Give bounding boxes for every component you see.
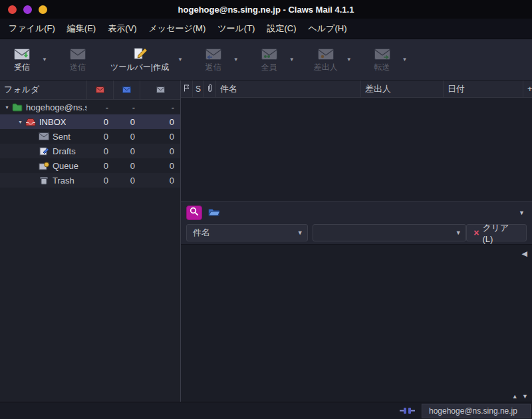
online-status-icon[interactable] (400, 407, 416, 414)
toolbar-group-reply-all: 全員 ▼ (253, 45, 298, 75)
reply-all-dropdown-arrow[interactable]: ▼ (286, 57, 298, 63)
expander-icon[interactable]: ▾ (3, 104, 11, 110)
receive-mail-icon (14, 47, 30, 60)
folder-row-queue[interactable]: Queue 0 0 0 (0, 158, 180, 173)
maximize-window-button[interactable] (39, 5, 47, 14)
compose-button[interactable]: ツールバー|作成 (105, 45, 174, 75)
reply-sender-button[interactable]: 差出人 (309, 45, 343, 75)
from-column-header[interactable]: 差出人 (361, 80, 444, 97)
quick-search-options-arrow[interactable]: ▼ (519, 210, 527, 216)
folder-total-count: 0 (140, 176, 180, 186)
scroll-up-icon[interactable]: ▲ (509, 393, 518, 400)
add-column-button[interactable]: + (523, 80, 532, 97)
folder-pane-header: フォルダ (0, 80, 180, 100)
search-folder-icon[interactable] (208, 207, 220, 219)
close-window-button[interactable] (8, 5, 17, 14)
send-mail-icon (70, 47, 86, 60)
folder-tree: ▾ hogehoge@ns.sing.ne.jp - - - ▾ (0, 100, 180, 402)
window-title: hogehoge@ns.sing.ne.jp - Claws Mail 4.1.… (0, 5, 532, 15)
menubar: ファイル(F) 編集(E) 表示(V) メッセージ(M) ツール(T) 設定(C… (0, 19, 532, 39)
folder-unread-count: 0 (114, 161, 140, 171)
menu-help[interactable]: ヘルプ(H) (303, 19, 353, 39)
compose-mail-icon (132, 47, 148, 60)
folder-row-trash[interactable]: Trash 0 0 0 (0, 173, 180, 188)
quick-search-toggle-button[interactable] (186, 206, 202, 220)
toolbar-group-forward: 転送 ▼ (366, 45, 411, 75)
folder-name: INBOX (39, 117, 66, 127)
subject-column-header[interactable]: 件名 (216, 80, 361, 97)
toolbar-group-receive: 受信 ▼ (5, 45, 51, 75)
reply-button-label: 返信 (205, 62, 221, 73)
account-selector[interactable]: hogehoge@ns.sing.ne.jp (422, 404, 531, 418)
scroll-down-icon[interactable]: ▼ (519, 393, 528, 400)
folder-unread-count: 0 (114, 117, 140, 127)
total-mail-icon (156, 84, 165, 96)
mark-column-header[interactable] (181, 80, 193, 97)
mark-flag-icon (184, 84, 190, 94)
folder-row-inbox[interactable]: ▾ INBOX 0 0 0 (0, 114, 180, 129)
folder-pane: フォルダ (0, 80, 181, 402)
compose-dropdown-arrow[interactable]: ▼ (174, 57, 186, 63)
menu-configuration[interactable]: 設定(C) (261, 19, 302, 39)
collapse-view-arrow[interactable]: ◀ (522, 249, 527, 258)
reply-sender-mail-icon (318, 47, 334, 60)
folder-unread-count: 0 (114, 146, 140, 156)
folder-total-count: 0 (140, 117, 180, 127)
new-count-column-header[interactable] (87, 80, 114, 99)
folder-name: Trash (53, 176, 74, 186)
folder-name: Queue (53, 161, 78, 171)
menu-message[interactable]: メッセージ(M) (143, 19, 212, 39)
forward-dropdown-arrow[interactable]: ▼ (399, 57, 411, 63)
search-term-combo[interactable]: ▼ (313, 224, 466, 241)
send-button[interactable]: 送信 (61, 45, 94, 75)
menu-file[interactable]: ファイル(F) (3, 19, 61, 39)
chevron-down-icon: ▼ (451, 229, 466, 236)
drafts-folder-icon (39, 147, 49, 156)
window-controls (0, 5, 47, 14)
folder-row-sent[interactable]: Sent 0 0 0 (0, 129, 180, 144)
folder-row-account[interactable]: ▾ hogehoge@ns.sing.ne.jp - - - (0, 100, 180, 114)
forward-button[interactable]: 転送 (366, 45, 399, 75)
unread-count-column-header[interactable] (114, 80, 140, 99)
claws-mail-window: hogehoge@ns.sing.ne.jp - Claws Mail 4.1.… (0, 0, 532, 419)
date-column-header[interactable]: 日付 (444, 80, 523, 97)
paperclip-icon (207, 84, 213, 94)
reply-button[interactable]: 返信 (197, 45, 230, 75)
attachment-column-header[interactable] (204, 80, 216, 97)
reply-sender-dropdown-arrow[interactable]: ▼ (343, 57, 355, 63)
menu-tools[interactable]: ツール(T) (211, 19, 261, 39)
message-list[interactable] (181, 98, 532, 202)
reply-all-button[interactable]: 全員 (253, 45, 286, 75)
clear-search-label: クリア(L) (482, 222, 519, 244)
toolbar-group-compose: ツールバー|作成 ▼ (105, 45, 186, 75)
receive-button[interactable]: 受信 (5, 45, 39, 75)
unread-mail-icon (122, 84, 131, 96)
folder-row-drafts[interactable]: Drafts 0 0 0 (0, 144, 180, 158)
quick-search-bar: ▼ 件名 ▼ ▼ × クリア(L) (181, 202, 532, 245)
search-icon (190, 207, 199, 219)
folder-column-header[interactable]: フォルダ (0, 80, 87, 99)
status-column-header[interactable]: S (193, 80, 204, 97)
reply-dropdown-arrow[interactable]: ▼ (230, 57, 242, 63)
expander-icon[interactable]: ▾ (16, 119, 25, 125)
message-pane: S 件名 差出人 日付 + (181, 80, 532, 402)
receive-button-label: 受信 (14, 62, 30, 73)
main-area: フォルダ (0, 80, 532, 402)
receive-dropdown-arrow[interactable]: ▼ (39, 57, 51, 63)
clear-search-button[interactable]: × クリア(L) (466, 224, 527, 241)
minimize-window-button[interactable] (23, 5, 32, 14)
total-count-column-header[interactable] (140, 80, 180, 99)
compose-button-label: ツールバー|作成 (110, 62, 169, 73)
folder-name: Drafts (53, 146, 76, 156)
folder-new-count: 0 (87, 117, 114, 127)
folder-total-count: 0 (140, 132, 180, 142)
chevron-down-icon: ▼ (293, 229, 307, 236)
menu-view[interactable]: 表示(V) (102, 19, 142, 39)
search-field-selector[interactable]: 件名 ▼ (186, 224, 308, 241)
folder-total-count: 0 (140, 161, 180, 171)
menu-edit[interactable]: 編集(E) (61, 19, 102, 39)
account-folder-icon (12, 103, 23, 112)
folder-new-count: 0 (87, 176, 114, 186)
message-view[interactable]: ◀ ▲ ▼ (181, 245, 532, 402)
message-view-scroll-arrows: ▲ ▼ (509, 393, 528, 400)
